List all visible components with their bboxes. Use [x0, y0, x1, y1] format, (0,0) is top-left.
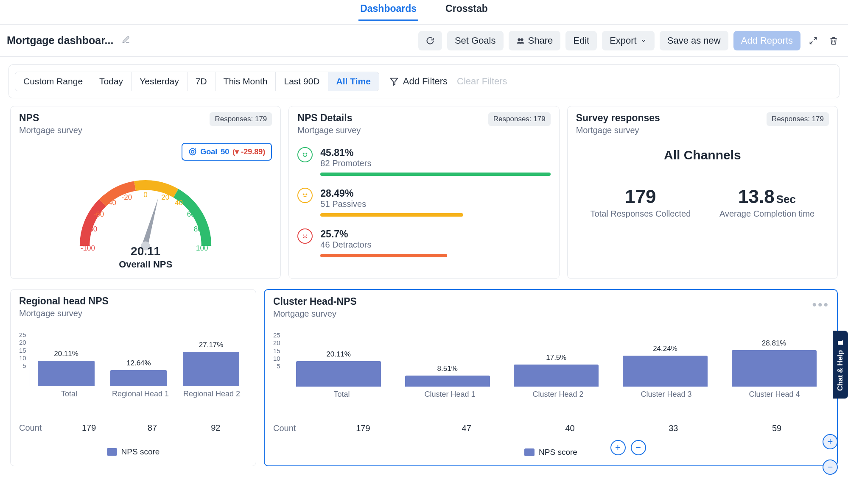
chat-icon	[837, 338, 844, 346]
refresh-button[interactable]	[418, 31, 442, 50]
date-segment-today[interactable]: Today	[91, 72, 132, 91]
bar-value-label: 17.5%	[546, 354, 566, 362]
zoom-out-button[interactable]: −	[631, 440, 646, 455]
expand-button[interactable]	[806, 31, 821, 50]
add-filters-button[interactable]: Add Filters	[389, 76, 448, 87]
svg-line-2	[814, 37, 817, 40]
date-segment-yesterday[interactable]: Yesterday	[132, 72, 188, 91]
date-segment-last-90d[interactable]: Last 90D	[276, 72, 328, 91]
legend-swatch	[524, 448, 535, 456]
bar-column: 17.5%	[502, 354, 611, 387]
promoters-sub: 82 Promoters	[320, 159, 550, 168]
edit-title-icon[interactable]	[122, 36, 130, 45]
svg-marker-4	[391, 78, 398, 86]
legend-swatch	[107, 448, 117, 456]
card-nps[interactable]: NPS Mortgage survey Responses: 179 Goal …	[10, 106, 281, 279]
svg-point-22	[303, 194, 304, 195]
bar-column: 24.24%	[611, 345, 720, 387]
titlebar: Mortgage dashboar... Set Goals Share Edi…	[0, 25, 848, 57]
svg-line-3	[810, 41, 813, 44]
date-segment-this-month[interactable]: This Month	[215, 72, 276, 91]
count-value: 179	[311, 423, 415, 433]
x-axis-label: Regional Head 1	[105, 390, 176, 398]
svg-text:0: 0	[143, 191, 147, 199]
nps-survey: Mortgage survey	[19, 125, 210, 135]
bar-column: 27.17%	[175, 341, 247, 387]
bar-value-label: 28.81%	[762, 339, 786, 348]
bar-value-label: 20.11%	[326, 350, 351, 359]
save-as-new-button[interactable]: Save as new	[660, 31, 728, 50]
more-icon[interactable]: •••	[812, 298, 829, 312]
zoom-in-side-button[interactable]: +	[823, 434, 838, 449]
date-segment-all-time[interactable]: All Time	[328, 72, 379, 91]
chat-help-sidebar[interactable]: Chat & Help	[833, 331, 848, 398]
bar-value-label: 8.51%	[437, 365, 458, 373]
nps-score: 20.11	[131, 245, 160, 258]
avg-time-label: Average Completion time	[719, 209, 814, 219]
smile-icon	[297, 147, 313, 162]
card-cluster-nps[interactable]: ••• Cluster Head-NPS Mortgage survey 252…	[264, 289, 838, 466]
nps-title: NPS	[19, 112, 210, 124]
cluster-legend: NPS score	[273, 448, 828, 457]
card-survey-responses[interactable]: Survey responses Mortgage survey Respons…	[567, 106, 838, 279]
svg-text:-40: -40	[106, 199, 117, 207]
nps-label: Overall NPS	[119, 259, 172, 270]
zoom-out-side-button[interactable]: −	[823, 459, 838, 475]
clear-filters-button[interactable]: Clear Filters	[457, 76, 507, 87]
share-button[interactable]: Share	[509, 31, 561, 50]
promoters-pct: 45.81%	[320, 147, 550, 159]
add-reports-button[interactable]: Add Reports	[733, 31, 800, 50]
detractors-row: 25.7% 46 Detractors	[297, 228, 550, 257]
date-range-segments: Custom RangeTodayYesterday7DThis MonthLa…	[15, 72, 379, 91]
details-title: NPS Details	[297, 112, 488, 124]
target-icon	[188, 148, 197, 156]
regional-count-label: Count	[19, 423, 57, 433]
count-value: 179	[57, 423, 120, 433]
details-survey: Mortgage survey	[297, 125, 488, 135]
goal-prefix: Goal	[200, 148, 217, 156]
svg-text:-80: -80	[87, 225, 98, 233]
card-nps-details[interactable]: NPS Details Mortgage survey Responses: 1…	[288, 106, 559, 279]
zoom-in-button[interactable]: +	[610, 440, 626, 455]
bar-value-label: 24.24%	[653, 345, 677, 353]
svg-text:-100: -100	[81, 244, 95, 252]
cluster-legend-label: NPS score	[539, 448, 577, 457]
svg-point-0	[518, 38, 521, 41]
bar-column: 12.64%	[102, 359, 175, 386]
card-regional-nps[interactable]: Regional head NPS Mortgage survey 252015…	[10, 289, 256, 466]
x-axis-label: Cluster Head 1	[396, 390, 504, 399]
add-filters-label: Add Filters	[403, 76, 448, 87]
survey-survey: Mortgage survey	[576, 125, 767, 135]
filter-bar: Custom RangeTodayYesterday7DThis MonthLa…	[8, 64, 840, 98]
tab-crosstab[interactable]: Crosstab	[444, 3, 490, 21]
svg-text:-60: -60	[94, 210, 104, 218]
x-axis-label: Cluster Head 2	[504, 390, 612, 399]
delete-button[interactable]	[826, 31, 841, 50]
count-value: 59	[725, 423, 828, 433]
bar	[405, 376, 490, 387]
cluster-count-label: Count	[273, 423, 311, 433]
nps-responses-badge: Responses: 179	[210, 112, 272, 126]
count-value: 87	[120, 423, 184, 433]
export-button[interactable]: Export	[602, 31, 655, 50]
details-responses-badge: Responses: 179	[488, 112, 551, 126]
date-segment-7d[interactable]: 7D	[188, 72, 215, 91]
goal-chip[interactable]: Goal 50 (▾ -29.89)	[182, 143, 272, 161]
all-channels-title: All Channels	[576, 148, 829, 162]
svg-text:60: 60	[187, 210, 195, 218]
detractors-pct: 25.7%	[320, 228, 550, 240]
regional-legend: NPS score	[19, 447, 247, 457]
bar	[38, 361, 94, 386]
edit-button[interactable]: Edit	[565, 31, 597, 50]
bar-value-label: 12.64%	[126, 359, 151, 368]
svg-text:40: 40	[175, 199, 183, 207]
regional-title: Regional head NPS	[19, 295, 247, 307]
x-axis-label: Total	[288, 390, 396, 399]
avg-time-unit: Sec	[776, 193, 796, 206]
set-goals-button[interactable]: Set Goals	[447, 31, 504, 50]
tab-dashboards[interactable]: Dashboards	[358, 3, 418, 21]
cluster-survey: Mortgage survey	[273, 309, 828, 319]
bar-column: 20.11%	[30, 350, 103, 386]
date-segment-custom-range[interactable]: Custom Range	[15, 72, 91, 91]
svg-text:20: 20	[161, 193, 169, 201]
